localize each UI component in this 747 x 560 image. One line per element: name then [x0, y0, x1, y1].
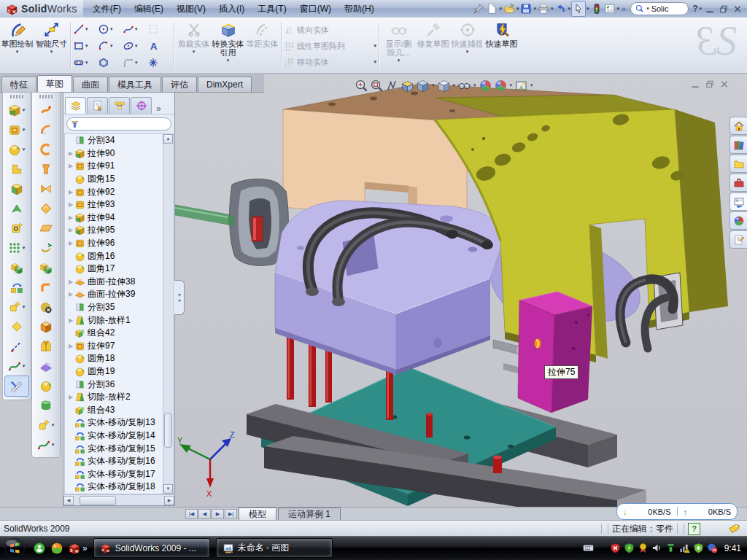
hud-view-settings[interactable]: [514, 79, 528, 93]
tree-item-曲面-拉伸38[interactable]: ▶曲面-拉伸38: [65, 276, 173, 289]
taskpane-toolbox[interactable]: [729, 174, 747, 192]
tray-network-warning[interactable]: [679, 542, 690, 553]
hud-hide-show[interactable]: [457, 79, 471, 93]
tree-item-切除-放样2[interactable]: ▶切除-放样2: [65, 391, 173, 404]
tab-曲面[interactable]: 曲面: [73, 77, 108, 92]
tag-icon[interactable]: [728, 523, 740, 534]
cmd-pattern-grid[interactable]: 线性草图阵列▾: [284, 38, 377, 54]
tree-item-拉伸90[interactable]: ▶拉伸90: [65, 147, 173, 160]
tray-sync-ball[interactable]: [707, 542, 718, 553]
sketch-tool-line[interactable]: ▾: [73, 20, 98, 37]
scroll-left-button[interactable]: ◀: [63, 496, 74, 505]
cmd-smart-dim[interactable]: 智能尺寸▾: [34, 18, 69, 73]
tool-pattern-dots[interactable]: ▾: [4, 238, 29, 257]
cmd-quick-snap[interactable]: 快速捕捉▾: [450, 18, 484, 73]
doc-minimize-button[interactable]: [689, 78, 702, 90]
tool-spline-green[interactable]: ▾: [34, 435, 58, 454]
taskpane-appearances[interactable]: [729, 211, 747, 230]
tool-elbow-orange[interactable]: [34, 277, 58, 297]
tray-shield-plus[interactable]: [693, 542, 704, 553]
sketch-tool-rectangle[interactable]: ▾: [73, 37, 98, 54]
hud-section-view[interactable]: [400, 79, 414, 93]
tool-diamond-orange[interactable]: [34, 198, 58, 218]
graphics-viewport[interactable]: Y Z X: [175, 75, 747, 507]
chevron-down-icon[interactable]: ▾: [453, 82, 456, 88]
hud-view-orientation[interactable]: [416, 79, 430, 93]
tool-plane-orange[interactable]: [34, 218, 58, 238]
tree-item-分割34[interactable]: 分割34: [65, 134, 173, 147]
scroll-thumb[interactable]: [164, 413, 172, 448]
undo-button[interactable]: [554, 1, 567, 16]
tab-nav-button[interactable]: ▶: [212, 509, 224, 519]
3d-model-view[interactable]: Y Z X: [175, 75, 747, 507]
taskpane-design-library[interactable]: [729, 136, 747, 154]
panel-collapse-handle[interactable]: ◂◂: [174, 280, 185, 315]
toolbar-overflow-chevron[interactable]: »: [622, 4, 626, 13]
menu-文件(F)[interactable]: 文件(F): [86, 0, 128, 18]
tool-c-orange[interactable]: [34, 139, 58, 159]
save-button[interactable]: [519, 1, 533, 16]
taskbar-window-2[interactable]: 未命名 - 画图: [216, 538, 333, 558]
chevron-down-icon[interactable]: ▾: [510, 82, 513, 88]
chevron-down-icon[interactable]: ▾: [587, 6, 589, 12]
taskpane-custom-properties[interactable]: [729, 230, 747, 249]
sketch-tool-polygon[interactable]: [98, 54, 123, 71]
tree-item-拉伸96[interactable]: ▶拉伸96: [65, 237, 173, 250]
expand-arrow-icon[interactable]: ▶: [67, 291, 74, 298]
tool-jacket[interactable]: [34, 336, 58, 356]
tree-item-圆角18[interactable]: 圆角18: [65, 352, 173, 365]
tool-sparkle-box[interactable]: ▾: [4, 297, 29, 316]
tool-measure-ruler[interactable]: [4, 376, 29, 397]
cmd-mirror[interactable]: 镜向实体: [284, 22, 377, 38]
print-button[interactable]: [537, 1, 550, 16]
expand-arrow-icon[interactable]: ▶: [67, 150, 74, 157]
taskpane-view-palette[interactable]: [729, 192, 747, 211]
menu-插入(I)[interactable]: 插入(I): [212, 0, 251, 18]
expand-arrow-icon[interactable]: ▶: [67, 279, 74, 285]
hud-zoom-selection[interactable]: [385, 79, 399, 93]
tool-funnel-orange[interactable]: [34, 159, 58, 179]
tool-extrude-sq[interactable]: ▾: [4, 120, 29, 139]
tool-box-orange[interactable]: [34, 316, 58, 336]
tool-delete-sphere[interactable]: [34, 297, 58, 316]
cmd-trim[interactable]: 剪裁实体▾: [177, 18, 211, 73]
sketch-tool-ellipse[interactable]: ▾: [123, 37, 147, 54]
taskpane-file-explorer[interactable]: [729, 155, 747, 173]
tree-item-曲面-拉伸39[interactable]: ▶曲面-拉伸39: [65, 288, 173, 301]
tree-item-分割35[interactable]: 分割35: [65, 301, 173, 314]
minimize-button[interactable]: [703, 3, 716, 15]
menu-视图(V)[interactable]: 视图(V): [170, 0, 212, 18]
tree-item-实体-移动/复制17[interactable]: 实体-移动/复制17: [65, 467, 173, 481]
tool-twist-orange[interactable]: [34, 100, 58, 120]
panel-tab-dimxpert-manager[interactable]: [131, 97, 152, 114]
cmd-move-entities[interactable]: 移动实体▾: [284, 54, 377, 70]
scroll-right-button[interactable]: ▶: [164, 496, 174, 505]
menu-帮助(H)[interactable]: 帮助(H): [338, 0, 381, 18]
doc-close-button[interactable]: [718, 78, 731, 90]
tab-nav-button[interactable]: ▶|: [225, 509, 237, 519]
chevron-down-icon[interactable]: ▾: [516, 6, 519, 12]
tree-item-实体-移动/复制18[interactable]: 实体-移动/复制18: [65, 481, 173, 494]
tool-sparkle-box[interactable]: ▾: [34, 415, 58, 435]
chevron-down-icon[interactable]: ▾: [499, 6, 502, 12]
tree-item-拉伸92[interactable]: ▶拉伸92: [65, 185, 173, 198]
cmd-quick-sketch[interactable]: 快速草图: [484, 18, 519, 73]
hud-scene[interactable]: [494, 79, 508, 93]
tray-antivirus-red[interactable]: [610, 542, 621, 553]
cmd-offset[interactable]: 等距实体: [245, 18, 279, 73]
select-cursor-button[interactable]: [571, 1, 586, 17]
tab-模具工具[interactable]: 模具工具: [109, 77, 161, 92]
tree-item-圆角19[interactable]: 圆角19: [65, 365, 173, 378]
toolbar-drag-handle[interactable]: [39, 95, 53, 98]
sketch-tool-sketch-fillet[interactable]: ▾: [123, 54, 147, 71]
close-button[interactable]: [731, 3, 744, 15]
chevron-down-icon[interactable]: ▾: [530, 82, 533, 88]
hud-zoom-area[interactable]: [370, 79, 384, 93]
tool-cylinder-green[interactable]: [34, 395, 58, 415]
tab-评估[interactable]: 评估: [162, 77, 197, 92]
sketch-tool-select-box[interactable]: [147, 20, 172, 37]
tab-nav-button[interactable]: |◀: [185, 509, 198, 519]
tray-phone-green[interactable]: [665, 542, 676, 553]
tree-vertical-scrollbar[interactable]: ▲ ▼: [163, 134, 173, 494]
tool-spline-green[interactable]: ▾: [4, 356, 29, 376]
